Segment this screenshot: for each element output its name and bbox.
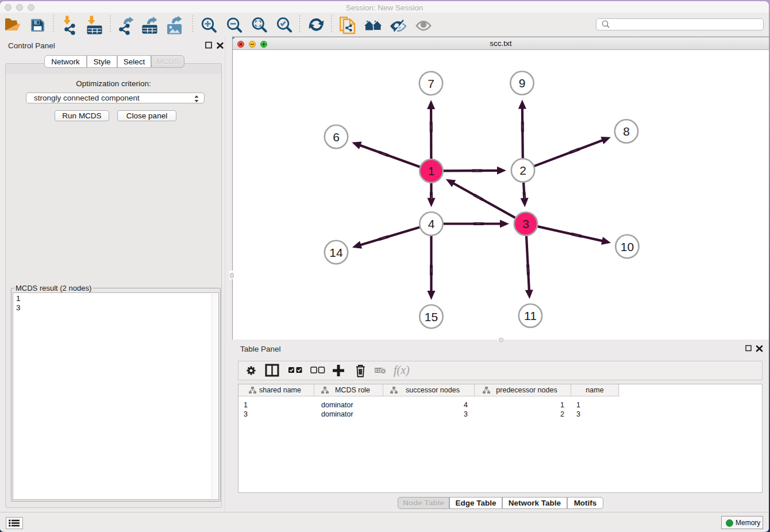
svg-text:2: 2 — [519, 164, 526, 177]
svg-text:3: 3 — [522, 217, 529, 230]
svg-text:4: 4 — [428, 217, 435, 230]
svg-text:1: 1 — [428, 164, 435, 178]
svg-text:11: 11 — [524, 309, 537, 322]
svg-text:14: 14 — [329, 246, 343, 259]
svg-text:10: 10 — [621, 240, 634, 253]
svg-text:f(x): f(x) — [394, 364, 410, 377]
svg-text:8: 8 — [623, 125, 630, 138]
svg-text:9: 9 — [519, 76, 526, 90]
svg-text:7: 7 — [428, 77, 434, 90]
svg-text:15: 15 — [425, 310, 438, 323]
svg-text:6: 6 — [333, 130, 340, 144]
